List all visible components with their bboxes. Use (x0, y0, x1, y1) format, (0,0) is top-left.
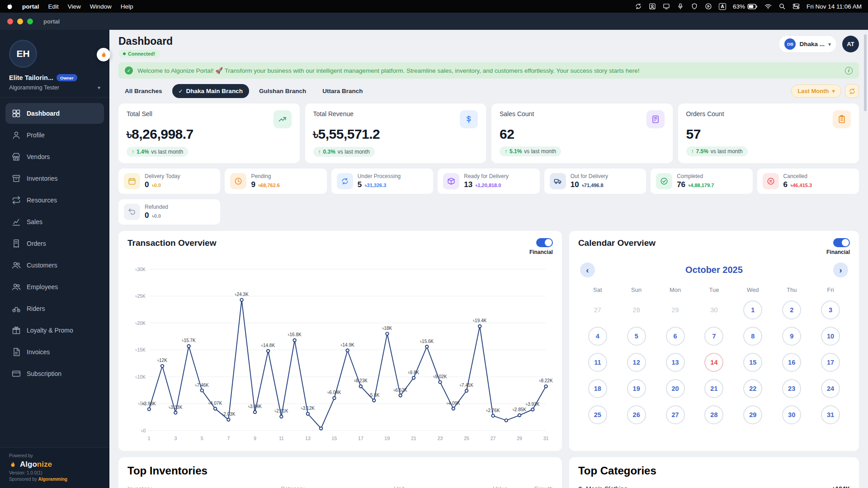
sidebar-item-employees[interactable]: Employees (5, 277, 104, 297)
svg-text:৳2.85K: ৳2.85K (512, 407, 526, 412)
calendar-day[interactable]: 26 (627, 405, 646, 424)
category-row-men-s-clothing: Men's Clothing ৳184K (578, 485, 850, 488)
play-circle-icon[interactable] (705, 3, 712, 10)
status-count: 10 (571, 180, 579, 189)
calendar-day[interactable]: 16 (782, 353, 801, 372)
calendar-day[interactable]: 6 (666, 327, 685, 346)
branch-tab-dhaka-main-branch[interactable]: ✓Dhaka Main Branch (172, 84, 249, 98)
calendar-day[interactable]: 13 (666, 353, 685, 372)
calendar-day[interactable]: 1 (743, 300, 762, 319)
status-amount: ৳71,496.8 (582, 183, 604, 188)
scrollbar[interactable] (864, 34, 867, 111)
svg-text:৳8.22K: ৳8.22K (539, 378, 553, 383)
svg-text:৳14.8K: ৳14.8K (261, 343, 275, 348)
calendar-day[interactable]: 4 (588, 327, 607, 346)
calendar-prev-button[interactable]: ‹ (580, 263, 595, 277)
financial-toggle[interactable] (536, 238, 553, 247)
calendar-day[interactable]: 22 (743, 379, 762, 398)
sidebar-item-riders[interactable]: Riders (5, 298, 104, 319)
sidebar-item-customers[interactable]: Customers (5, 255, 104, 276)
calendar-next-button[interactable]: › (833, 263, 848, 277)
svg-text:৳3.12K: ৳3.12K (301, 406, 315, 411)
menu-item-edit[interactable]: Edit (48, 3, 59, 10)
input-source-icon[interactable]: A (719, 3, 726, 10)
account-switcher[interactable]: Algoramming Tester ▾ (9, 84, 100, 91)
branch-tab-gulshan-branch[interactable]: Gulshan Branch (253, 84, 312, 98)
powered-by-label: Powered by (9, 453, 100, 458)
menu-item-view[interactable]: View (68, 3, 81, 10)
status-amount: ৳68,762.6 (259, 183, 280, 188)
calendar-day[interactable]: 2 (782, 300, 801, 319)
calendar-day[interactable]: 20 (666, 379, 685, 398)
calendar-day-today[interactable]: 14 (704, 353, 723, 372)
sidebar-item-orders[interactable]: Orders (5, 233, 104, 254)
sidebar-item-profile[interactable]: Profile (5, 125, 104, 145)
sidebar-item-subscription[interactable]: Subscription (5, 363, 104, 384)
control-center-icon[interactable] (793, 3, 800, 10)
calendar-day[interactable]: 5 (627, 327, 646, 346)
status-card-cancelled: Cancelled 6 ৳46,415.3 (757, 169, 859, 194)
shield-icon[interactable] (691, 3, 698, 10)
apple-menu-icon[interactable] (6, 3, 13, 10)
calendar-day[interactable]: 18 (588, 379, 607, 398)
calendar-day[interactable]: 8 (743, 327, 762, 346)
calendar-day[interactable]: 28 (704, 405, 723, 424)
branch-tab-uttara-branch[interactable]: Uttara Branch (316, 84, 369, 98)
calendar-day[interactable]: 17 (821, 353, 840, 372)
calendar-day[interactable]: 25 (588, 405, 607, 424)
calendar-day[interactable]: 29 (743, 405, 762, 424)
sidebar-item-dashboard[interactable]: Dashboard (5, 103, 104, 124)
minimize-button[interactable] (17, 19, 23, 24)
calendar-day[interactable]: 9 (782, 327, 801, 346)
refresh-button[interactable] (845, 84, 859, 98)
calendar-day[interactable]: 24 (821, 379, 840, 398)
calendar-day[interactable]: 10 (821, 327, 840, 346)
period-filter-dropdown[interactable]: Last Month ▾ (791, 84, 841, 98)
calendar-day[interactable]: 7 (704, 327, 723, 346)
page-header: Dashboard Connected! DB Dhaka ... ▾ AT (118, 35, 859, 58)
order-status-grid: Delivery Today 0 ৳0.0 Pending 9 ৳68,762.… (118, 169, 859, 194)
sync-icon[interactable] (635, 3, 642, 10)
display-icon[interactable] (663, 3, 670, 10)
org-avatar[interactable]: EH (9, 40, 37, 68)
calendar-day[interactable]: 21 (704, 379, 723, 398)
svg-text:17: 17 (358, 436, 363, 441)
user-box-icon[interactable] (649, 3, 656, 10)
sidebar-item-sales[interactable]: Sales (5, 211, 104, 232)
sidebar-collapse-button[interactable] (97, 48, 110, 61)
calendar-day[interactable]: 15 (743, 353, 762, 372)
calendar-day[interactable]: 31 (821, 405, 840, 424)
sidebar-item-resources[interactable]: Resources (5, 190, 104, 211)
branch-selector-dropdown[interactable]: DB Dhaka ... ▾ (778, 35, 837, 53)
wifi-icon[interactable] (764, 3, 772, 10)
status-card-completed: Completed 76 ৳4,88,179.7 (651, 169, 752, 194)
clipboard-icon (833, 110, 851, 128)
sidebar-item-invoices[interactable]: Invoices (5, 342, 104, 362)
user-avatar[interactable]: AT (842, 36, 859, 52)
close-button[interactable] (7, 19, 13, 24)
branch-tab-all-branches[interactable]: All Branches (118, 84, 169, 98)
menu-item-window[interactable]: Window (90, 3, 112, 10)
financial-toggle[interactable] (833, 238, 850, 247)
inventories-table-header: InventoryCategoryUnitValueGrowth (127, 485, 553, 488)
sidebar-item-vendors[interactable]: Vendors (5, 146, 104, 167)
calendar-day[interactable]: 27 (666, 405, 685, 424)
calendar-day[interactable]: 11 (588, 353, 607, 372)
calendar-day[interactable]: 23 (782, 379, 801, 398)
sidebar-item-loyalty-promo[interactable]: Loyalty & Promo (5, 320, 104, 341)
sidebar-item-inventories[interactable]: Inventories (5, 168, 104, 189)
calendar-day[interactable]: 19 (627, 379, 646, 398)
app-menu[interactable]: portal (22, 3, 39, 10)
pos-icon (646, 110, 665, 128)
menu-item-help[interactable]: Help (121, 3, 133, 10)
calendar-day[interactable]: 30 (782, 405, 801, 424)
calendar-day[interactable]: 12 (627, 353, 646, 372)
mic-icon[interactable] (677, 3, 684, 10)
zoom-button[interactable] (27, 19, 33, 24)
battery-indicator[interactable]: 63% (733, 3, 758, 10)
svg-text:৳0: ৳0 (141, 428, 146, 433)
search-icon[interactable] (778, 3, 786, 10)
info-icon[interactable]: i (845, 67, 853, 75)
calendar-day[interactable]: 3 (821, 300, 840, 319)
menu-bar-clock[interactable]: Fri Nov 14 11:06 AM (807, 3, 862, 10)
